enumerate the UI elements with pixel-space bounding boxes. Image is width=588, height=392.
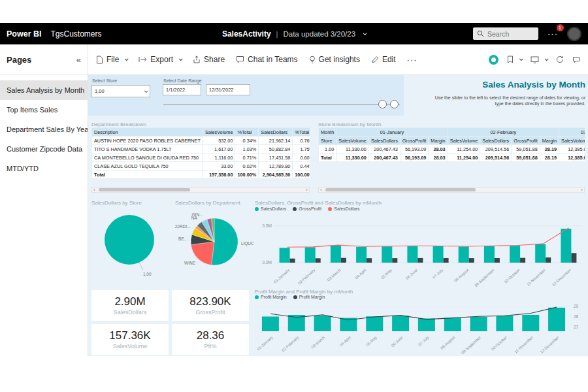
svg-text:04-April: 04-April [354, 268, 367, 280]
svg-text:27: 27 [574, 325, 579, 329]
kpi-card-pft-: 28.36Pft% [172, 324, 249, 355]
scrollbar-thumb[interactable] [99, 188, 190, 191]
margin-combo-legend: Profit MarginProfit Margin [255, 295, 325, 299]
store-table-title: Store Breakdown by Month [318, 122, 382, 127]
notification-badge[interactable]: 1 [557, 24, 564, 31]
legend-item-profit-margin[interactable]: Profit Margin [293, 295, 325, 299]
scrollbar-thumb[interactable] [325, 188, 476, 191]
page-subtitle-line2: type the dates directly in the boxes pro… [495, 101, 585, 106]
table-row[interactable]: CA MONTEBELLO SANGUE DI GIUDA RED 7501,1… [92, 154, 310, 162]
sales-by-store-pie-chart[interactable]: 1.00 [91, 204, 170, 286]
dept-total-row: Total157,358.00100.00%2,904,985.30100.00… [92, 171, 310, 179]
date-slider-handle-end[interactable] [390, 100, 399, 108]
store-table-scrollbar[interactable]: ‹ › [318, 187, 585, 193]
svg-text:06-June: 06-June [405, 268, 419, 280]
kpi-value: 2.90M [114, 295, 145, 308]
chevron-down-icon [545, 57, 549, 61]
edit-button[interactable]: Edit [371, 55, 396, 64]
kpi-card-salesvolume: 157.36KSalesVolume [91, 324, 169, 355]
share-button[interactable]: Share [193, 55, 225, 64]
search-input[interactable] [487, 30, 533, 38]
powerbi-logo: Power BI [7, 29, 42, 39]
report-toolbar: File Export Share Chat in Teams Get insi… [88, 44, 588, 75]
svg-text:0.0M: 0.0M [263, 260, 272, 265]
legend-item-salesdollars[interactable]: SalesDollars [328, 206, 359, 211]
toolbar-more-button[interactable]: ··· [407, 55, 417, 65]
get-insights-button[interactable]: Get insights [309, 55, 360, 64]
chat-in-teams-button[interactable]: Chat in Teams [236, 55, 297, 64]
store-table[interactable]: Month01-January02-February03-MarchStoreS… [318, 127, 585, 162]
report-title: SalesActivity [222, 29, 271, 39]
kpi-card-grossprofit: 823.90KGrossProfit [172, 290, 249, 321]
table-row[interactable]: Total11,330.00200,467.4356,193.0928.0311… [319, 154, 585, 162]
sales-combo-title: SalesDollars, GrossProfit and SalesDolla… [255, 200, 382, 206]
avatar[interactable] [567, 27, 581, 41]
table-row[interactable]: AUSTIN HOPE 2020 PASO ROBLES CABERNET532… [92, 137, 310, 145]
copilot-icon[interactable] [489, 55, 498, 65]
date-start-input[interactable]: 1/1/2022 [163, 84, 201, 95]
svg-text:10-October: 10-October [491, 335, 508, 351]
scroll-right-icon[interactable]: › [306, 187, 308, 193]
store-dropdown[interactable]: 1.00 [91, 85, 150, 97]
svg-text:28: 28 [574, 314, 579, 319]
monitor-icon [531, 56, 539, 63]
sales-by-department-pie-chart[interactable]: LIQUORWINEBE...CORDI...NAGIN... [175, 204, 253, 286]
svg-text:05-May: 05-May [365, 335, 378, 347]
view-button[interactable] [531, 56, 547, 63]
date-end-value: 12/31/2022 [209, 87, 234, 93]
refresh-button[interactable] [556, 56, 564, 63]
title-divider: | [276, 30, 278, 38]
svg-text:LIQUOR: LIQUOR [241, 241, 253, 246]
scroll-left-icon[interactable]: ‹ [320, 187, 322, 193]
svg-text:11-November: 11-November [514, 335, 534, 353]
collapse-sidebar-icon[interactable]: « [76, 55, 81, 65]
page-subtitle-line1: Use the slider to the left to select the… [435, 95, 585, 100]
scroll-right-icon[interactable]: › [581, 187, 583, 193]
bookmarks-button[interactable] [507, 56, 522, 63]
sidebar-item-mtd-ytd[interactable]: MTD/YTD [0, 159, 88, 178]
data-updated-label[interactable]: Data updated 3/20/23 [283, 30, 355, 38]
workspace-name[interactable]: TgsCustomers [51, 29, 102, 39]
refresh-icon [556, 56, 564, 63]
legend-item-grossprofit[interactable]: GrossProfit [293, 206, 321, 211]
sidebar-item-top-items-sales[interactable]: Top Items Sales [0, 100, 88, 120]
margin-combo-chart[interactable]: 29282701-January02-February03-March04-Ap… [255, 300, 587, 356]
svg-text:BE...: BE... [178, 237, 188, 241]
table-row[interactable]: TITO S HANDMADE VODKA 1.75LT1,617.001.03… [92, 145, 310, 154]
svg-text:07-July: 07-July [417, 335, 429, 346]
svg-text:GIN...: GIN... [192, 212, 203, 217]
svg-text:29: 29 [574, 304, 579, 308]
date-end-input[interactable]: 12/31/2022 [206, 84, 250, 95]
scroll-left-icon[interactable]: ‹ [93, 187, 95, 193]
dept-table[interactable]: DescriptionSalesVolume%TotalSalesDollars… [91, 127, 310, 179]
select-store-label: Select Store [92, 78, 117, 83]
topbar-more-button[interactable]: ··· 1 [547, 29, 558, 39]
date-slider-track[interactable] [163, 104, 400, 105]
svg-text:07-July: 07-July [432, 268, 444, 279]
file-icon [96, 56, 103, 64]
report-title-group: SalesActivity | Data updated 3/20/23 [222, 29, 366, 39]
svg-text:03-March: 03-March [327, 268, 342, 282]
export-button[interactable]: Export [139, 55, 182, 64]
table-row[interactable]: 1.0011,330.00200,467.4356,193.0928.0311,… [319, 145, 585, 154]
search-box[interactable] [473, 27, 538, 40]
chevron-down-icon[interactable] [363, 31, 367, 35]
svg-text:09-September: 09-September [461, 335, 482, 355]
sidebar-item-customer-zipcode-data[interactable]: Customer Zipcode Data [0, 139, 88, 159]
store-dropdown-value: 1.00 [95, 88, 105, 94]
sales-combo-chart[interactable]: 0.5M0.0M01-January02-February03-March04-… [255, 213, 587, 290]
date-slider-handle-start[interactable] [378, 100, 387, 108]
svg-text:01-January: 01-January [273, 268, 290, 284]
kpi-label: GrossProfit [195, 309, 225, 316]
teams-chat-icon [236, 56, 244, 63]
dept-table-scrollbar[interactable]: ‹ › [91, 187, 310, 193]
legend-item-profit-margin[interactable]: Profit Margin [255, 295, 287, 299]
sidebar-item-sales-analysis-by-month[interactable]: Sales Analysis by Month [0, 80, 88, 100]
sidebar-item-department-sales-by-year[interactable]: Department Sales By Year [0, 120, 88, 139]
table-row[interactable]: CLASE AZUL GOLD TEQUILA 75033.000.02%12,… [92, 162, 310, 171]
file-button[interactable]: File [96, 55, 127, 64]
store-subheader-row: StoreSalesVolumeSalesDollarsGrossProfitM… [319, 137, 585, 145]
kpi-card-grid: 2.90MSalesDollars823.90KGrossProfit157.3… [91, 290, 249, 355]
legend-item-salesdollars[interactable]: SalesDollars [255, 206, 286, 211]
comments-button[interactable] [572, 56, 580, 63]
